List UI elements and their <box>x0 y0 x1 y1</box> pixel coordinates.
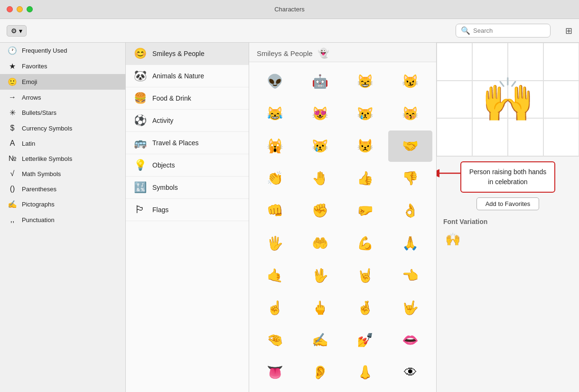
category-label-activity: Activity <box>152 117 173 124</box>
emoji-cell[interactable]: 🖕 <box>298 292 342 324</box>
emoji-cell[interactable]: 👂 <box>298 357 342 388</box>
emoji-cell[interactable]: 👊 <box>253 195 297 226</box>
grid-view-button[interactable]: ⊞ <box>565 26 572 36</box>
sidebar-label-parentheses: Parentheses <box>22 186 56 193</box>
sidebar-item-arrows[interactable]: → Arrows <box>0 90 125 105</box>
emoji-grid: 👽🤖😸😼😹😻😿😽🙀😿😾🤝👏🤚👍👎👊✊🤛👌🖐🤲💪🙏🤙🖖🤘👈☝🖕🤞🤟🤏✍💅👄👅👂👃👁 <box>249 62 436 392</box>
emoji-cell[interactable]: ✍ <box>298 325 342 356</box>
emoji-cell[interactable]: 🤟 <box>388 292 432 324</box>
emoji-cell[interactable]: 👈 <box>388 260 432 291</box>
category-item-smileys-people[interactable]: 😊 Smileys & People <box>126 43 249 65</box>
search-input[interactable] <box>473 27 545 34</box>
emoji-cell[interactable]: 🖖 <box>298 260 342 291</box>
emoji-cell[interactable]: 😸 <box>343 66 387 97</box>
emoji-cell[interactable]: 🤚 <box>298 163 342 194</box>
sidebar-label-bullets-stars: Bullets/Stars <box>22 109 56 116</box>
grid-cell <box>437 43 472 81</box>
chevron-down-icon: ▾ <box>19 27 22 35</box>
sidebar-label-currency: Currency Symbols <box>22 125 72 132</box>
sidebar-item-latin[interactable]: A Latin <box>0 136 125 151</box>
category-item-travel-places[interactable]: 🚌 Travel & Places <box>126 132 249 154</box>
emoji-cell[interactable]: 👎 <box>388 163 432 194</box>
sidebar-icon-pictographs: ✍ <box>8 200 17 209</box>
sidebar-icon-emoji: 🙂 <box>8 77 17 86</box>
window-controls <box>7 6 33 12</box>
category-item-symbols[interactable]: 🔣 Symbols <box>126 177 249 199</box>
add-to-favorites-button[interactable]: Add to Favorites <box>476 197 540 210</box>
sidebar-item-letterlike[interactable]: № Letterlike Symbols <box>0 151 125 166</box>
emoji-cell[interactable]: 👽 <box>253 66 297 97</box>
sidebar-item-math[interactable]: √ Math Symbols <box>0 166 125 181</box>
sidebar-item-parentheses[interactable]: () Parentheses <box>0 181 125 196</box>
emoji-cell[interactable]: 😾 <box>343 131 387 162</box>
sidebar-item-pictographs[interactable]: ✍ Pictographs <box>0 196 125 212</box>
emoji-cell[interactable]: 🤖 <box>298 66 342 97</box>
emoji-cell[interactable]: 🙏 <box>388 227 432 259</box>
emoji-cell[interactable]: 🤏 <box>253 325 297 356</box>
sidebar-label-arrows: Arrows <box>22 94 41 101</box>
emoji-cell[interactable]: 🤝 <box>388 131 432 162</box>
minimize-button[interactable] <box>17 6 23 12</box>
emoji-cell[interactable]: 👌 <box>388 195 432 226</box>
emoji-cell[interactable]: 🤲 <box>298 227 342 259</box>
emoji-cell[interactable]: 💪 <box>343 227 387 259</box>
sidebar-item-favorites[interactable]: ★ Favorites <box>0 58 125 74</box>
sidebar-label-emoji: Emoji <box>22 78 37 85</box>
emoji-cell[interactable]: 🙀 <box>253 131 297 162</box>
emoji-cell[interactable]: 😿 <box>298 131 342 162</box>
category-item-activity[interactable]: ⚽ Activity <box>126 110 249 132</box>
category-item-animals-nature[interactable]: 🐼 Animals & Nature <box>126 65 249 87</box>
emoji-cell[interactable]: 🤙 <box>253 260 297 291</box>
sidebar-item-emoji[interactable]: 🙂 Emoji <box>0 74 125 90</box>
sidebar-icon-letterlike: № <box>8 154 17 163</box>
emoji-cell[interactable]: 😼 <box>388 66 432 97</box>
window-title: Characters <box>274 6 305 13</box>
emoji-cell[interactable]: 🤛 <box>343 195 387 226</box>
emoji-cell[interactable]: 👅 <box>253 357 297 388</box>
emoji-cell[interactable]: 👁 <box>388 357 432 388</box>
emoji-cell[interactable]: 👄 <box>388 325 432 356</box>
emoji-cell[interactable]: 😹 <box>253 98 297 130</box>
category-label-animals-nature: Animals & Nature <box>152 72 204 80</box>
font-variation-cell[interactable]: 🙌 <box>443 230 462 249</box>
category-icon-flags: 🏳 <box>133 204 147 216</box>
grid-cell <box>543 81 579 119</box>
search-box[interactable]: 🔍 <box>456 24 551 37</box>
sidebar-icon-parentheses: () <box>8 185 17 193</box>
emoji-cell[interactable]: ✊ <box>298 195 342 226</box>
sidebar-item-bullets-stars[interactable]: ✳ Bullets/Stars <box>0 105 125 121</box>
maximize-button[interactable] <box>27 6 33 12</box>
category-item-flags[interactable]: 🏳 Flags <box>126 199 249 221</box>
sidebar-icon-latin: A <box>8 139 17 148</box>
category-label-travel-places: Travel & Places <box>152 139 199 147</box>
category-item-objects[interactable]: 💡 Objects <box>126 154 249 177</box>
sidebar-icon-math: √ <box>8 169 17 178</box>
emoji-cell[interactable]: 😻 <box>298 98 342 130</box>
emoji-cell[interactable]: 🤞 <box>343 292 387 324</box>
sidebar-item-frequently-used[interactable]: 🕐 Frequently Used <box>0 43 125 58</box>
sidebar-item-punctuation[interactable]: ,, Punctuation <box>0 212 125 227</box>
gear-button[interactable]: ⚙ ▾ <box>7 25 27 37</box>
emoji-cell[interactable]: 🤘 <box>343 260 387 291</box>
category-icon-objects: 💡 <box>133 159 147 171</box>
emoji-cell[interactable]: 👍 <box>343 163 387 194</box>
emoji-cell[interactable]: 🖐 <box>253 227 297 259</box>
sidebar-label-latin: Latin <box>22 140 35 147</box>
category-item-food-drink[interactable]: 🍔 Food & Drink <box>126 87 249 110</box>
emoji-cell[interactable]: ☝ <box>253 292 297 324</box>
category-icon-food-drink: 🍔 <box>133 92 147 104</box>
emoji-cell[interactable]: 👏 <box>253 163 297 194</box>
category-list: 😊 Smileys & People 🐼 Animals & Nature 🍔 … <box>126 43 249 392</box>
category-icon-travel-places: 🚌 <box>133 137 147 149</box>
sidebar-label-punctuation: Punctuation <box>22 216 55 224</box>
emoji-description: Person raising both hands in celebration <box>469 168 547 186</box>
sidebar-item-currency[interactable]: $ Currency Symbols <box>0 121 125 136</box>
titlebar: Characters <box>0 0 579 19</box>
emoji-cell[interactable]: 👃 <box>343 357 387 388</box>
emoji-cell[interactable]: 💅 <box>343 325 387 356</box>
emoji-cell[interactable]: 😿 <box>343 98 387 130</box>
emoji-cell[interactable]: 😽 <box>388 98 432 130</box>
sidebar-icon-punctuation: ,, <box>8 215 17 224</box>
sidebar-icon-bullets-stars: ✳ <box>8 108 17 117</box>
close-button[interactable] <box>7 6 13 12</box>
